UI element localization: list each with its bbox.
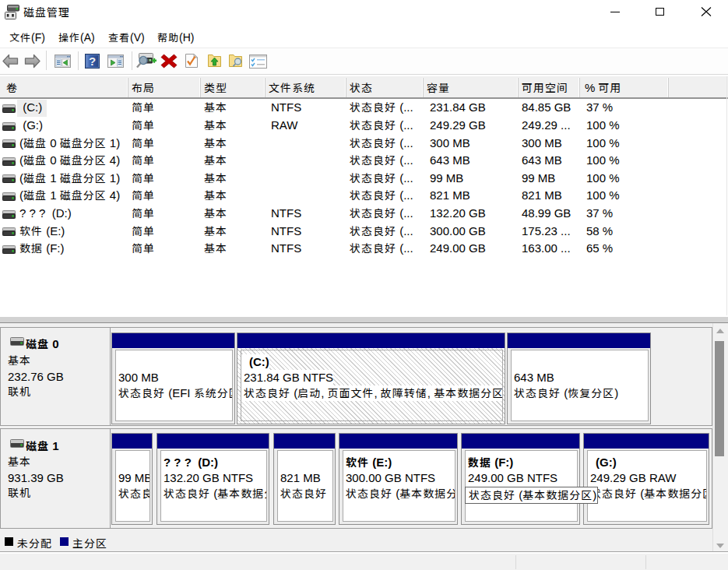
svg-text:?: ? (89, 55, 96, 68)
